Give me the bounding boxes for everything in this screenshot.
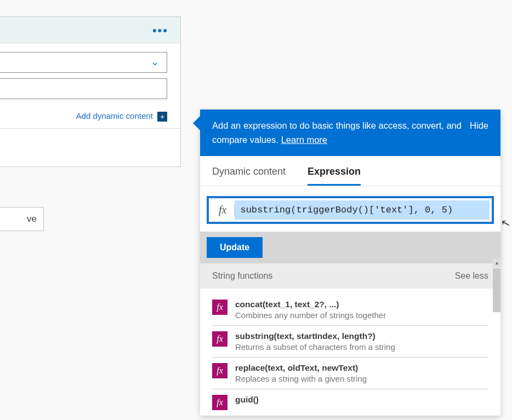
fx-badge-icon: fx: [212, 363, 227, 378]
learn-more-link[interactable]: Learn more: [281, 135, 327, 145]
plus-icon[interactable]: +: [157, 112, 167, 122]
cursor-icon: ↖: [499, 215, 512, 231]
tab-expression[interactable]: Expression: [308, 166, 361, 186]
function-item-substring[interactable]: fx substring(text, startIndex, length?) …: [212, 326, 488, 358]
function-signature: concat(text_1, text_2?, ...): [235, 300, 386, 309]
hide-button[interactable]: Hide: [470, 118, 488, 133]
chevron-down-icon: ⌄: [151, 56, 159, 68]
function-list: fx concat(text_1, text_2?, ...) Combines…: [200, 289, 500, 416]
function-description: Returns a subset of characters from a st…: [235, 342, 395, 352]
scrollbar-thumb[interactable]: [493, 268, 500, 312]
function-item-concat[interactable]: fx concat(text_1, text_2?, ...) Combines…: [212, 294, 488, 326]
add-dynamic-row: Add dynamic content +: [0, 108, 180, 128]
more-icon[interactable]: •••: [152, 24, 168, 38]
text-field[interactable]: [0, 78, 167, 99]
flyout-intro: Add an expression to do basic things lik…: [212, 120, 462, 145]
flyout-tabs: Dynamic content Expression: [200, 156, 500, 186]
expression-flyout: Add an expression to do basic things lik…: [200, 110, 500, 416]
card-header: •••: [0, 17, 180, 43]
function-item-guid[interactable]: fx guid(): [212, 389, 488, 416]
function-signature: substring(text, startIndex, length?): [235, 331, 395, 341]
fx-badge-icon: fx: [212, 395, 227, 410]
dropdown-field[interactable]: ⌄: [0, 52, 167, 73]
card-footer: [0, 128, 180, 166]
section-title: String functions: [212, 271, 272, 281]
fx-badge-icon: fx: [212, 300, 227, 315]
fx-icon: fx: [211, 204, 235, 216]
see-less-link[interactable]: See less: [455, 271, 488, 281]
card-body: ⌄: [0, 43, 180, 108]
flyout-pointer-icon: [193, 116, 200, 130]
scroll-up-arrow-icon[interactable]: ▴: [493, 258, 500, 267]
add-dynamic-content-link[interactable]: Add dynamic content: [76, 111, 153, 120]
function-description: Replaces a string with a given string: [235, 374, 367, 383]
expression-input[interactable]: [235, 200, 490, 220]
function-signature: replace(text, oldText, newText): [235, 363, 367, 373]
update-button[interactable]: Update: [207, 237, 263, 258]
function-description: Combines any number of strings together: [235, 310, 386, 320]
tab-dynamic-content[interactable]: Dynamic content: [212, 166, 286, 186]
update-bar: Update: [200, 232, 500, 263]
save-button[interactable]: ve: [0, 207, 44, 231]
action-card: ••• ⌄ Add dynamic content +: [0, 16, 181, 167]
function-signature: guid(): [235, 395, 259, 405]
fx-badge-icon: fx: [212, 331, 227, 347]
function-section-header: String functions See less: [200, 263, 500, 289]
expression-input-wrap: fx: [207, 196, 494, 224]
function-item-replace[interactable]: fx replace(text, oldText, newText) Repla…: [212, 358, 488, 389]
flyout-header: Add an expression to do basic things lik…: [200, 110, 500, 156]
